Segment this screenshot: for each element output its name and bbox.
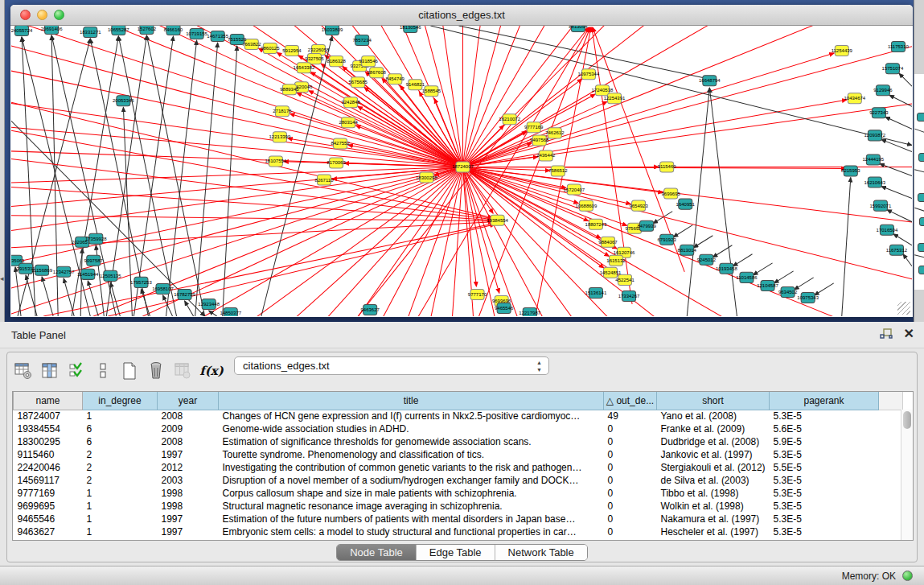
graph-edge[interactable] bbox=[880, 163, 912, 175]
graph-edge[interactable] bbox=[11, 159, 493, 219]
column-header-out_de[interactable]: △ out_de... bbox=[604, 392, 657, 410]
close-panel-icon[interactable]: ✕ bbox=[904, 328, 914, 340]
column-header-name[interactable]: name bbox=[14, 392, 83, 410]
graph-node-label: 12213399 bbox=[269, 134, 291, 139]
graph-edge[interactable] bbox=[463, 26, 895, 167]
delete-column-icon[interactable] bbox=[145, 360, 167, 382]
column-header-title[interactable]: title bbox=[219, 392, 604, 410]
table-row[interactable]: 1938455462009Genome-wide association stu… bbox=[14, 422, 903, 435]
graph-edge[interactable] bbox=[166, 40, 197, 316]
graph-edge[interactable] bbox=[108, 225, 495, 316]
table-row[interactable]: 2242004622012Investigating the contribut… bbox=[14, 461, 903, 474]
graph-edge[interactable] bbox=[479, 27, 590, 316]
graph-edge[interactable] bbox=[795, 278, 814, 290]
column-header-pagerank[interactable]: pagerank bbox=[770, 392, 879, 410]
network-canvas[interactable]: 1872400776638229860125591295423226058932… bbox=[11, 26, 912, 316]
network-view-window: citations_edges.txt 1872400776 bbox=[10, 5, 913, 317]
table-mode-icon[interactable] bbox=[12, 360, 35, 382]
graph-edge[interactable] bbox=[753, 263, 772, 275]
table-row[interactable]: 977716911998Corpus callosum shape and si… bbox=[14, 487, 903, 500]
graph-node-label: 10655287 bbox=[108, 27, 129, 32]
graph-node-label: 8215953 bbox=[841, 169, 860, 174]
column-header-in_degree[interactable]: in_degree bbox=[83, 392, 158, 410]
graph-node-label: 1527602 bbox=[138, 27, 157, 31]
graph-edge[interactable] bbox=[297, 93, 462, 167]
graph-node-label: 1588545 bbox=[422, 89, 441, 93]
graph-edge[interactable] bbox=[55, 167, 463, 316]
graph-node-label: 12923448 bbox=[198, 302, 220, 307]
table-scrollbar-thumb[interactable] bbox=[903, 411, 911, 429]
graph-node-label: 9242848 bbox=[341, 100, 360, 105]
graph-edge[interactable] bbox=[842, 178, 851, 316]
graph-node-label: 8813054 bbox=[569, 26, 588, 29]
table-row[interactable]: 911546021997Tourette syndrome. Phenomeno… bbox=[14, 448, 903, 461]
table-cell: 0 bbox=[604, 487, 657, 500]
window-titlebar[interactable]: citations_edges.txt bbox=[10, 5, 913, 26]
table-row[interactable]: 1830029562008Estimation of significance … bbox=[14, 435, 903, 448]
graph-edge[interactable] bbox=[887, 210, 912, 222]
graph-edge[interactable] bbox=[11, 167, 463, 243]
table-row[interactable]: 946362711997Embryonic stem cells: a mode… bbox=[14, 525, 903, 538]
show-columns-icon[interactable] bbox=[39, 360, 61, 382]
graph-edge[interactable] bbox=[425, 167, 463, 316]
table-selector-dropdown[interactable]: citations_edges.txt ▲▼ bbox=[234, 356, 549, 375]
graph-edge[interactable] bbox=[815, 283, 834, 295]
table-cell: Jankovic et al. (1997) bbox=[657, 448, 770, 461]
graph-edge[interactable] bbox=[11, 167, 463, 214]
tab-node-table[interactable]: Node Table bbox=[337, 545, 417, 560]
graph-edge[interactable] bbox=[673, 225, 692, 237]
tab-edge-table[interactable]: Edge Table bbox=[417, 545, 495, 560]
table-row[interactable]: 969969511998Structural magnetic resonanc… bbox=[14, 500, 903, 513]
table-cell: 1998 bbox=[158, 500, 219, 513]
table-row[interactable]: 1456911722003Disruption of a novel membe… bbox=[14, 474, 903, 487]
column-header-year[interactable]: year bbox=[158, 392, 219, 410]
graph-edge[interactable] bbox=[903, 254, 912, 266]
graph-node-label: 16210643 bbox=[864, 180, 886, 185]
table-selector-value: citations_edges.txt bbox=[243, 360, 330, 372]
graph-edge[interactable] bbox=[889, 95, 912, 106]
network-desktop: citations_edges.txt 1872400776 bbox=[0, 0, 924, 322]
table-cell: 19384554 bbox=[14, 422, 83, 435]
graph-edge[interactable] bbox=[11, 121, 205, 316]
table-cell: 0 bbox=[604, 461, 657, 474]
graph-edge[interactable] bbox=[733, 254, 752, 266]
graph-edge[interactable] bbox=[885, 117, 912, 129]
graph-node-label: 9318546 bbox=[359, 59, 379, 64]
table-scrollbar[interactable] bbox=[901, 410, 913, 540]
float-panel-icon[interactable] bbox=[880, 328, 893, 340]
graph-edge[interactable] bbox=[141, 289, 150, 316]
function-builder-icon[interactable]: f(x) bbox=[198, 360, 225, 382]
graph-edge[interactable] bbox=[146, 35, 204, 316]
graph-edge[interactable] bbox=[774, 271, 794, 283]
graph-node-label: 2867608 bbox=[368, 70, 387, 75]
graph-node-label: 1335061 bbox=[11, 258, 25, 263]
memory-status-indicator[interactable] bbox=[902, 571, 913, 581]
panel-collapse-arrow-icon[interactable]: ◂ bbox=[0, 274, 4, 282]
graph-edge[interactable] bbox=[709, 88, 737, 316]
table-cell: 9699695 bbox=[14, 500, 83, 513]
table-row[interactable]: 946554611997Estimation of the future num… bbox=[14, 513, 903, 525]
graph-edge[interactable] bbox=[11, 187, 493, 220]
graph-edge[interactable] bbox=[123, 107, 132, 316]
create-column-icon[interactable] bbox=[118, 360, 141, 382]
row-height-icon[interactable] bbox=[92, 360, 114, 382]
network-graph: 1872400776638229860125591295423226058932… bbox=[11, 26, 912, 316]
table-cell: 5.3E-5 bbox=[770, 513, 879, 525]
tab-network-table[interactable]: Network Table bbox=[495, 545, 587, 560]
graph-edge[interactable] bbox=[42, 277, 53, 316]
delete-table-icon[interactable] bbox=[171, 360, 194, 382]
select-columns-icon[interactable] bbox=[65, 360, 88, 382]
memory-status-label: Memory: OK bbox=[842, 571, 896, 582]
window-resize-grip[interactable] bbox=[897, 302, 910, 315]
graph-edge[interactable] bbox=[881, 187, 912, 199]
graph-node-label: 12217987 bbox=[519, 311, 540, 315]
graph-edge[interactable] bbox=[15, 267, 21, 316]
graph-edge[interactable] bbox=[463, 167, 912, 299]
graph-node-label: 11451944 bbox=[77, 272, 99, 277]
graph-edge[interactable] bbox=[899, 73, 912, 86]
table-row[interactable]: 1872400712008Changes of HCN gene express… bbox=[14, 410, 903, 422]
graph-edge[interactable] bbox=[463, 26, 801, 167]
graph-edge[interactable] bbox=[693, 236, 713, 248]
column-header-short[interactable]: short bbox=[657, 392, 770, 410]
graph-edge[interactable] bbox=[893, 234, 912, 245]
